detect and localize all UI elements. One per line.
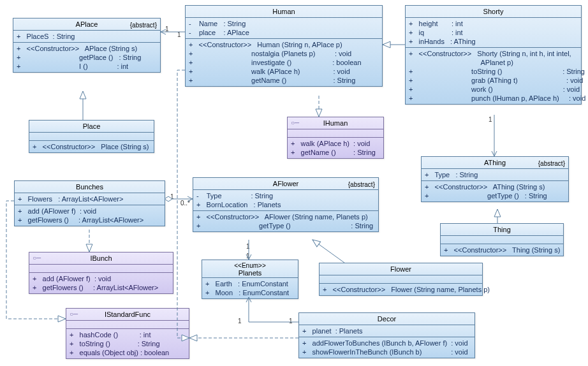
op: + showFlowerInTheBunch (IBunch b) : void [302,348,471,356]
multiplicity: 1 [489,116,492,123]
class-aflower: AFlower{abstract} - Type : String + Born… [193,177,379,232]
class-title: Thing [493,226,511,233]
multiplicity: 1 [177,31,181,38]
op: + <<Constructor>> AFlower (String name, … [196,212,375,221]
op: + add (AFlower f) : void [33,274,170,283]
interface-ibunch: ○─IBunch + add (AFlower f) : void + getF… [29,252,173,294]
abstract-tag: {abstract} [130,22,157,29]
class-athing: AThing{abstract} + Type : String + <<Con… [421,156,569,202]
op: + walk (APlace h) : void [189,67,379,76]
attr: + BornLocation : Planets [196,200,375,209]
enum-planets: <<Enum>> Planets + Earth : EnumConstant … [202,260,298,299]
attr: + PlaceS : String [17,32,157,41]
class-aplace: APlace{abstract} + PlaceS : String + <<C… [13,18,161,73]
op: + walk (APlace h) : void [291,139,380,148]
class-title: Flower [390,265,411,273]
class-place: Place + <<Constructor>> Place (String s) [29,120,154,153]
abstract-tag: {abstract} [538,160,565,167]
op: + getType () : String [196,221,375,230]
op: + getName () : String [291,148,380,157]
op: + getPlace () : String [17,53,157,62]
multiplicity: 1 [289,318,293,325]
op: + hashCode () : int [70,330,186,339]
abstract-tag: {abstract} [348,181,375,188]
attr: + iq : int [409,28,578,37]
op: + addFlowerToBunches (IBunch b, AFlower … [302,339,471,348]
op: + grab (AThing t) : void [409,76,578,85]
lollipop-icon: ○─ [291,119,299,126]
class-thing: Thing + <<Constructor>> Thing (String s) [440,223,564,256]
class-bunches: Bunches + Flowers : ArrayList<AFlower> +… [14,180,165,226]
op: + <<Constructor>> Thing (String s) [444,245,560,254]
lollipop-icon: ○─ [70,311,78,318]
op: APlanet p) [409,58,578,67]
op: + nostalgia (Planets p) : void [189,49,379,58]
op: + I () : int [17,62,157,71]
class-title: Planets [239,269,262,277]
class-title: Human [272,8,295,15]
class-title: Bunches [76,183,103,191]
attr: + Moon : EnumConstant [205,288,295,297]
op: + <<Constructor>> Place (String s) [33,142,151,151]
op: + investigate () : boolean [189,58,379,67]
multiplicity: 0..* [180,200,190,207]
class-title: AThing [484,159,506,166]
attr: - Name : String [189,19,379,28]
class-title: IHuman [323,119,348,127]
attr: + inHands : AThing [409,37,578,46]
op: + punch (IHuman p, APlace h) : void [409,94,578,103]
op: + <<Constructor>> AThing (String s) [425,182,565,191]
op: + toString () : String [409,67,578,76]
multiplicity: 1 [246,243,250,250]
op: + equals (Object obj) : boolean [70,348,186,357]
enum-stereo: <<Enum>> [205,262,295,269]
lollipop-icon: ○─ [33,254,41,261]
class-flower: Flower + <<Constructor>> Flower (String … [319,263,483,296]
class-title: Shorty [483,8,504,15]
attr: + Earth : EnumConstant [205,279,295,288]
svg-line-9 [312,240,344,263]
class-title: Decor [378,315,396,323]
class-title: IStandardFunc [105,311,151,318]
multiplicity: 1 [165,26,169,33]
op: + getFlowers () : ArrayList<AFlower> [33,283,170,292]
attr: + planet : Planets [302,326,471,335]
class-title: IBunch [90,254,112,262]
interface-ihuman: ○─IHuman + walk (APlace h) : void + getN… [287,117,384,159]
op: + <<Constructor>> Flower (String name, P… [323,285,479,294]
multiplicity: 1 [246,253,250,260]
class-human: Human - Name : String - place : APlace +… [185,5,383,87]
op: + getFlowers () : ArrayList<AFlower> [18,216,161,224]
attr: - Type : String [196,191,375,200]
op: + getName () : String [189,76,379,85]
attr: + height : int [409,19,578,28]
multiplicity: 1 [238,318,242,325]
op: + work () : void [409,85,578,94]
op: + <<Constructor>> APlace (String s) [17,44,157,53]
class-title: AFlower [273,180,298,187]
attr: - place : APlace [189,28,379,37]
op: + getType () : String [425,191,565,200]
multiplicity: 1 [170,193,174,200]
class-title: Place [83,122,101,130]
class-title: APlace [76,20,98,28]
class-shorty: Shorty + height : int + iq : int + inHan… [405,5,582,105]
interface-istandardfunc: ○─IStandardFunc + hashCode () : int + to… [66,308,189,359]
op: + toString () : String [70,339,186,348]
op: + <<Constructor>> Shorty (String n, int … [409,49,578,58]
op: + <<Constructor>> Human (String n, APlac… [189,40,379,49]
attr: + Flowers : ArrayList<AFlower> [18,194,161,203]
op: + add (AFlower f) : void [18,207,161,216]
attr: + Type : String [425,170,565,179]
class-decor: Decor + planet : Planets + addFlowerToBu… [298,312,475,358]
